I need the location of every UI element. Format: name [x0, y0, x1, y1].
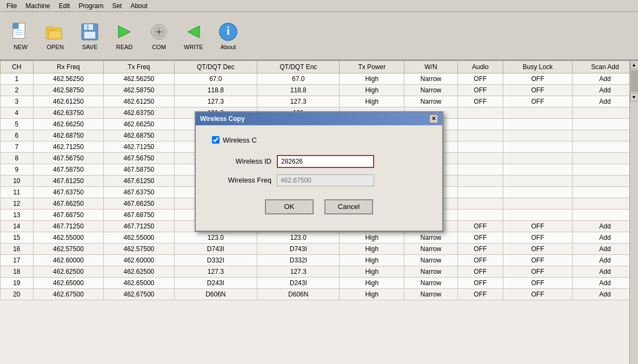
table-cell[interactable]: High: [340, 244, 404, 255]
table-cell[interactable]: OFF: [457, 96, 503, 107]
table-cell[interactable]: 462.63750: [33, 107, 103, 119]
table-cell[interactable]: 16: [1, 244, 34, 255]
table-cell[interactable]: OFF: [503, 255, 573, 266]
table-cell[interactable]: [503, 164, 573, 176]
read-button[interactable]: READ: [108, 19, 141, 52]
table-cell[interactable]: 467.56750: [104, 153, 174, 164]
table-cell[interactable]: Narrow: [404, 96, 457, 107]
table-cell[interactable]: 9: [1, 164, 34, 176]
table-cell[interactable]: OFF: [457, 85, 503, 96]
table-cell[interactable]: 462.71250: [104, 141, 174, 153]
table-cell[interactable]: Narrow: [404, 255, 457, 266]
table-cell[interactable]: OFF: [457, 244, 503, 255]
table-cell[interactable]: 467.58750: [33, 164, 103, 176]
wireless-copy-checkbox[interactable]: [212, 136, 220, 144]
about-button[interactable]: i About: [212, 19, 244, 52]
table-cell[interactable]: 462.65000: [33, 278, 103, 289]
table-cell[interactable]: [572, 164, 637, 176]
write-button[interactable]: WRITE: [177, 19, 210, 52]
table-cell[interactable]: OFF: [457, 73, 503, 85]
table-cell[interactable]: 462.57500: [104, 244, 174, 255]
table-cell[interactable]: 11: [1, 187, 34, 198]
table-cell[interactable]: 462.65000: [104, 278, 174, 289]
table-cell[interactable]: [503, 141, 573, 153]
table-cell[interactable]: 462.66250: [104, 119, 174, 130]
table-cell[interactable]: [503, 210, 573, 221]
table-cell[interactable]: 462.66250: [33, 119, 103, 130]
table-cell[interactable]: [503, 153, 573, 164]
open-button[interactable]: OPEN: [39, 19, 71, 52]
table-cell[interactable]: 8: [1, 153, 34, 164]
table-cell[interactable]: OFF: [503, 244, 573, 255]
cancel-button[interactable]: Cancel: [324, 199, 373, 214]
table-cell[interactable]: 123.0: [257, 232, 340, 244]
table-cell[interactable]: 462.67500: [104, 289, 174, 300]
table-cell[interactable]: 462.56250: [33, 73, 103, 85]
table-cell[interactable]: 7: [1, 141, 34, 153]
table-cell[interactable]: D743I: [257, 244, 340, 255]
table-cell[interactable]: Narrow: [404, 266, 457, 278]
table-cell[interactable]: [503, 198, 573, 210]
table-cell[interactable]: [572, 210, 637, 221]
menu-file[interactable]: File: [2, 1, 21, 11]
table-cell[interactable]: 462.68750: [33, 130, 103, 141]
table-cell[interactable]: [503, 187, 573, 198]
table-cell[interactable]: OFF: [503, 73, 573, 85]
com-button[interactable]: COM: [143, 19, 175, 52]
table-cell[interactable]: 467.71250: [33, 221, 103, 232]
table-cell[interactable]: [457, 176, 503, 187]
table-cell[interactable]: 20: [1, 289, 34, 300]
table-cell[interactable]: 467.61250: [104, 176, 174, 187]
table-cell[interactable]: D332I: [174, 255, 257, 266]
table-cell[interactable]: 467.58750: [104, 164, 174, 176]
table-cell[interactable]: D332I: [257, 255, 340, 266]
table-cell[interactable]: 118.8: [174, 85, 257, 96]
wireless-freq-input[interactable]: [277, 174, 374, 186]
table-cell[interactable]: [572, 198, 637, 210]
table-cell[interactable]: Narrow: [404, 289, 457, 300]
table-cell[interactable]: High: [340, 289, 404, 300]
table-cell[interactable]: [457, 187, 503, 198]
menu-machine[interactable]: Machine: [21, 1, 54, 11]
table-cell[interactable]: [572, 119, 637, 130]
table-cell[interactable]: 467.66250: [33, 198, 103, 210]
table-cell[interactable]: Narrow: [404, 232, 457, 244]
table-cell[interactable]: Add: [572, 244, 637, 255]
table-cell[interactable]: [457, 141, 503, 153]
table-cell[interactable]: 467.68750: [104, 210, 174, 221]
menu-about[interactable]: About: [126, 1, 151, 11]
table-cell[interactable]: 462.57500: [33, 244, 103, 255]
table-cell[interactable]: D243I: [257, 278, 340, 289]
table-cell[interactable]: Narrow: [404, 85, 457, 96]
table-cell[interactable]: 13: [1, 210, 34, 221]
table-cell[interactable]: Add: [572, 266, 637, 278]
table-cell[interactable]: Narrow: [404, 244, 457, 255]
table-cell[interactable]: Add: [572, 289, 637, 300]
table-cell[interactable]: 462.60000: [33, 255, 103, 266]
table-cell[interactable]: [503, 119, 573, 130]
table-cell[interactable]: Add: [572, 278, 637, 289]
table-cell[interactable]: 467.66250: [104, 198, 174, 210]
menu-program[interactable]: Program: [74, 1, 108, 11]
table-cell[interactable]: 467.71250: [104, 221, 174, 232]
table-cell[interactable]: 467.68750: [33, 210, 103, 221]
table-cell[interactable]: High: [340, 232, 404, 244]
table-cell[interactable]: OFF: [503, 289, 573, 300]
table-cell[interactable]: 3: [1, 96, 34, 107]
table-cell[interactable]: 127.3: [257, 96, 340, 107]
table-cell[interactable]: 67.0: [174, 73, 257, 85]
table-cell[interactable]: 462.55000: [33, 232, 103, 244]
table-cell[interactable]: 462.55000: [104, 232, 174, 244]
table-cell[interactable]: D743I: [174, 244, 257, 255]
table-cell[interactable]: OFF: [503, 266, 573, 278]
table-cell[interactable]: [503, 176, 573, 187]
wireless-id-input[interactable]: [277, 155, 374, 168]
table-cell[interactable]: Add: [572, 96, 637, 107]
table-cell[interactable]: OFF: [503, 221, 573, 232]
table-cell[interactable]: [572, 141, 637, 153]
table-cell[interactable]: OFF: [457, 278, 503, 289]
table-cell[interactable]: 2: [1, 85, 34, 96]
table-cell[interactable]: 18: [1, 266, 34, 278]
table-cell[interactable]: 467.63750: [33, 187, 103, 198]
table-cell[interactable]: 17: [1, 255, 34, 266]
